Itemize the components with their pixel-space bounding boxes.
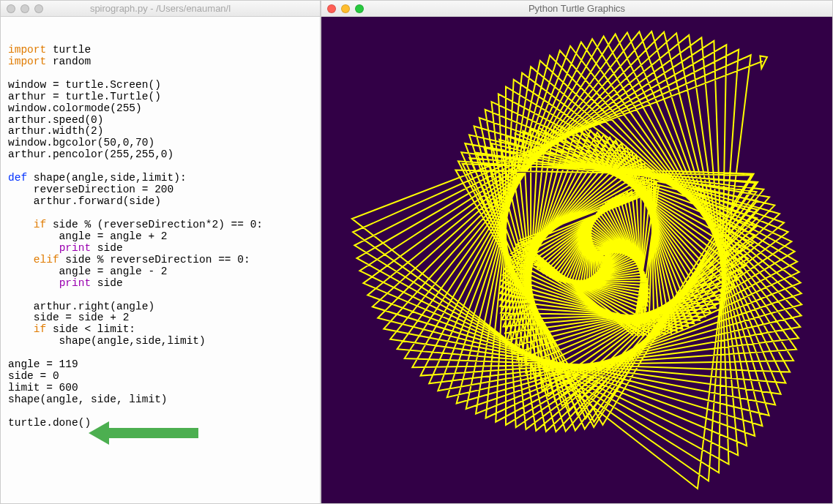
code-line: if side % (reverseDirection*2) == 0: [8,219,313,231]
minimize-icon[interactable] [341,4,350,13]
code-line: shape(angle,side,limit) [8,336,313,347]
code-line [8,161,313,173]
code-line: arthur.width(2) [8,126,313,138]
code-line: if side < limit: [8,324,313,336]
code-line: angle = 119 [8,359,313,371]
code-line: window.colormode(255) [8,103,313,115]
code-line: arthur.speed(0) [8,115,313,127]
maximize-icon[interactable] [34,4,43,13]
code-content: import turtleimport randomwindow = turtl… [8,45,313,429]
code-line: shape(angle, side, limit) [8,394,313,406]
code-line: arthur.forward(side) [8,196,313,208]
turtle-titlebar[interactable]: Python Turtle Graphics [321,1,832,17]
traffic-lights-active [321,4,364,13]
code-line [8,68,313,80]
code-line: elif side % reverseDirection == 0: [8,255,313,266]
turtle-window: Python Turtle Graphics [321,0,833,504]
code-line [8,347,313,359]
close-icon[interactable] [327,4,336,13]
code-line [8,208,313,219]
code-line: print side [8,278,313,290]
code-line: arthur = turtle.Turtle() [8,91,313,103]
code-line: turtle.done() [8,418,313,429]
editor-titlebar[interactable]: spirograph.py - /Users/enauman/l [1,1,320,17]
traffic-lights-inactive [1,4,43,13]
code-line: import random [8,56,313,68]
maximize-icon[interactable] [355,4,364,13]
code-line: angle = angle + 2 [8,231,313,243]
code-line: side = side + 2 [8,312,313,324]
svg-marker-1 [760,56,767,68]
code-line: angle = angle - 2 [8,266,313,278]
editor-title: spirograph.py - /Users/enauman/l [1,3,320,14]
code-editor[interactable]: import turtleimport randomwindow = turtl… [1,17,320,503]
code-line: window.bgcolor(50,0,70) [8,138,313,149]
minimize-icon[interactable] [20,4,29,13]
code-line: arthur.pencolor(255,255,0) [8,149,313,161]
code-line: side = 0 [8,371,313,383]
code-line [8,406,313,418]
code-line: arthur.right(angle) [8,301,313,313]
turtle-title: Python Turtle Graphics [321,3,832,14]
code-line: print side [8,243,313,255]
spirograph-drawing [321,17,832,503]
code-line: import turtle [8,45,313,56]
editor-window: spirograph.py - /Users/enauman/l import … [0,0,321,504]
turtle-canvas [321,17,832,503]
close-icon[interactable] [7,4,15,13]
code-line: reverseDirection = 200 [8,184,313,196]
code-line: window = turtle.Screen() [8,80,313,91]
code-line: limit = 600 [8,383,313,394]
code-line: def shape(angle,side,limit): [8,173,313,184]
code-line [8,290,313,301]
